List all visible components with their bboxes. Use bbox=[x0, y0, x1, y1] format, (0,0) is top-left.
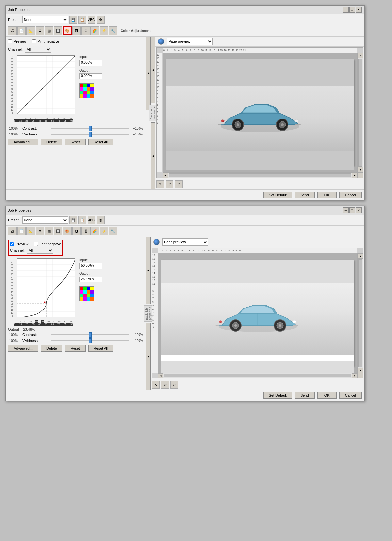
set-default-btn-1[interactable]: Set Default bbox=[263, 192, 292, 198]
scroll-left-2[interactable]: ◄ bbox=[158, 373, 163, 378]
reset-btn-1[interactable]: Reset bbox=[65, 139, 86, 145]
scroll-right-2[interactable]: ► bbox=[352, 373, 357, 378]
scrollbar-h-1[interactable]: ◄ ► bbox=[163, 172, 357, 178]
preset-select-2[interactable]: None bbox=[22, 216, 68, 224]
channel-select-2[interactable]: All bbox=[27, 247, 53, 254]
delete-btn-1[interactable]: Delete bbox=[41, 139, 62, 145]
scroll-thumb-v-1[interactable] bbox=[358, 59, 362, 167]
pointer-tool-2[interactable]: ↖ bbox=[152, 381, 160, 389]
icon-btn-2-11[interactable]: ⚡ bbox=[100, 227, 108, 235]
curve-svg-2[interactable]: * bbox=[17, 258, 75, 317]
curve-canvas-1[interactable] bbox=[17, 55, 75, 115]
collapse-btn-2a[interactable]: ◄ bbox=[146, 237, 151, 304]
vividness-thumb-2[interactable] bbox=[89, 338, 92, 343]
delete-btn-2[interactable]: Delete bbox=[41, 345, 62, 352]
curve-canvas-2[interactable]: * bbox=[17, 258, 75, 318]
icon-btn-2-10[interactable]: 🌈 bbox=[90, 227, 99, 235]
print-neg-checkbox-2[interactable]: Print negative bbox=[34, 242, 61, 246]
icon-btn-3[interactable]: 📐 bbox=[26, 26, 35, 35]
scroll-down-1[interactable]: ▼ bbox=[358, 167, 363, 172]
curve-svg-1[interactable] bbox=[17, 55, 75, 114]
contrast-track-2[interactable] bbox=[51, 334, 129, 335]
cancel-btn-1[interactable]: Cancel bbox=[339, 192, 362, 198]
scrollbar-v-2[interactable]: ▲ ▼ bbox=[357, 253, 363, 373]
vividness-track-2[interactable] bbox=[51, 340, 129, 341]
collapse-btn-top-1[interactable]: ◄ bbox=[146, 37, 151, 110]
preset-select-1[interactable]: None bbox=[22, 16, 68, 23]
preview-input-2[interactable] bbox=[10, 242, 14, 246]
scroll-left-1[interactable]: ◄ bbox=[163, 173, 168, 178]
advanced-btn-2[interactable]: Advanced... bbox=[8, 345, 38, 352]
toolbar-btn-save-1[interactable]: 💾 bbox=[69, 16, 77, 24]
toolbar-btn-save-2[interactable]: 💾 bbox=[69, 216, 77, 224]
icon-btn-1[interactable]: 🖨 bbox=[8, 26, 17, 35]
icon-btn-2-7[interactable]: 🎨 bbox=[63, 227, 72, 235]
icon-btn-5[interactable]: ▦ bbox=[45, 26, 53, 35]
icon-btn-2-12[interactable]: 🔧 bbox=[109, 227, 117, 235]
icon-btn-2-1[interactable]: 🖨 bbox=[8, 227, 17, 235]
icon-btn-10[interactable]: ⚡ bbox=[100, 26, 108, 35]
toolbar-btn-delete-1[interactable]: 🗑 bbox=[97, 16, 105, 24]
page-preview-select-2[interactable]: Page preview bbox=[162, 238, 208, 246]
zoom-out-tool-2[interactable]: ⊖ bbox=[170, 381, 178, 389]
collapse-btn-1b[interactable]: ◄ bbox=[151, 122, 155, 189]
zoom-in-tool-1[interactable]: ⊕ bbox=[166, 180, 173, 188]
toolbar-btn-copy-1[interactable]: 📋 bbox=[78, 16, 86, 24]
preview-checkbox-2[interactable]: Preview bbox=[10, 242, 28, 246]
contrast-track-1[interactable] bbox=[51, 128, 129, 129]
set-default-btn-2[interactable]: Set Default bbox=[263, 392, 292, 399]
scroll-thumb-v-2[interactable] bbox=[358, 259, 362, 367]
icon-btn-8[interactable]: 🎛 bbox=[81, 26, 90, 35]
channel-select-1[interactable]: All bbox=[25, 46, 51, 53]
contrast-thumb-2[interactable] bbox=[89, 332, 92, 338]
vividness-track-1[interactable] bbox=[51, 134, 129, 135]
icon-btn-2-9[interactable]: 🎛 bbox=[81, 227, 90, 235]
icon-btn-2-6[interactable]: 🔲 bbox=[54, 227, 62, 235]
icon-btn-color-1[interactable]: 🎨 bbox=[63, 26, 72, 35]
icon-btn-2-2[interactable]: 📄 bbox=[17, 227, 26, 235]
minimize-btn-2[interactable]: ─ bbox=[343, 207, 349, 213]
pointer-tool-1[interactable]: ↖ bbox=[156, 180, 164, 188]
preview-checkbox-1[interactable]: Preview bbox=[8, 39, 26, 43]
close-btn-2[interactable]: ✕ bbox=[356, 207, 362, 213]
scroll-right-1[interactable]: ► bbox=[352, 173, 357, 178]
scroll-thumb-h-2[interactable] bbox=[164, 374, 351, 377]
cancel-btn-2[interactable]: Cancel bbox=[339, 392, 362, 399]
contrast-thumb-1[interactable] bbox=[89, 126, 92, 131]
send-btn-2[interactable]: Send bbox=[295, 392, 315, 399]
icon-btn-11[interactable]: 🔧 bbox=[109, 26, 117, 35]
icon-btn-9[interactable]: 🌈 bbox=[90, 26, 99, 35]
print-neg-input-2[interactable] bbox=[34, 242, 38, 246]
icon-btn-2[interactable]: 📄 bbox=[17, 26, 26, 35]
advanced-btn-1[interactable]: Advanced... bbox=[8, 139, 38, 145]
toolbar-btn-delete-2[interactable]: 🗑 bbox=[97, 216, 105, 224]
toolbar-btn-text-2[interactable]: ABC bbox=[88, 216, 95, 224]
zoom-in-tool-2[interactable]: ⊕ bbox=[161, 381, 169, 389]
print-neg-checkbox-1[interactable]: Print negative bbox=[32, 39, 59, 43]
icon-btn-7[interactable]: 🖼 bbox=[72, 26, 81, 35]
print-neg-input-1[interactable] bbox=[32, 39, 36, 43]
reset-btn-2[interactable]: Reset bbox=[65, 345, 86, 352]
reset-all-btn-2[interactable]: Reset All bbox=[88, 345, 113, 352]
icon-btn-2-3[interactable]: 📐 bbox=[26, 227, 35, 235]
scroll-thumb-h-1[interactable] bbox=[169, 173, 351, 177]
minimize-btn-1[interactable]: ─ bbox=[343, 7, 349, 13]
toolbar-btn-text-1[interactable]: ABC bbox=[88, 16, 95, 24]
scroll-down-2[interactable]: ▼ bbox=[358, 368, 363, 373]
zoom-out-tool-1[interactable]: ⊖ bbox=[175, 180, 183, 188]
vividness-thumb-1[interactable] bbox=[89, 132, 92, 137]
reset-all-btn-1[interactable]: Reset All bbox=[88, 139, 113, 145]
toolbar-btn-copy-2[interactable]: 📋 bbox=[78, 216, 86, 224]
icon-btn-4[interactable]: ⚙ bbox=[36, 26, 44, 35]
icon-btn-6[interactable]: 🔲 bbox=[54, 26, 62, 35]
icon-btn-2-5[interactable]: ▦ bbox=[45, 227, 53, 235]
preview-input-1[interactable] bbox=[8, 39, 12, 43]
maximize-btn-1[interactable]: □ bbox=[349, 7, 355, 13]
ok-btn-2[interactable]: OK bbox=[317, 392, 337, 399]
scrollbar-v-1[interactable]: ▲ ▼ bbox=[357, 53, 363, 172]
icon-btn-2-4[interactable]: ⚙ bbox=[36, 227, 44, 235]
icon-btn-2-8[interactable]: 🖼 bbox=[72, 227, 81, 235]
collapse-btn-1a[interactable]: ◄ bbox=[151, 37, 155, 103]
send-btn-1[interactable]: Send bbox=[295, 192, 315, 198]
maximize-btn-2[interactable]: □ bbox=[349, 207, 355, 213]
